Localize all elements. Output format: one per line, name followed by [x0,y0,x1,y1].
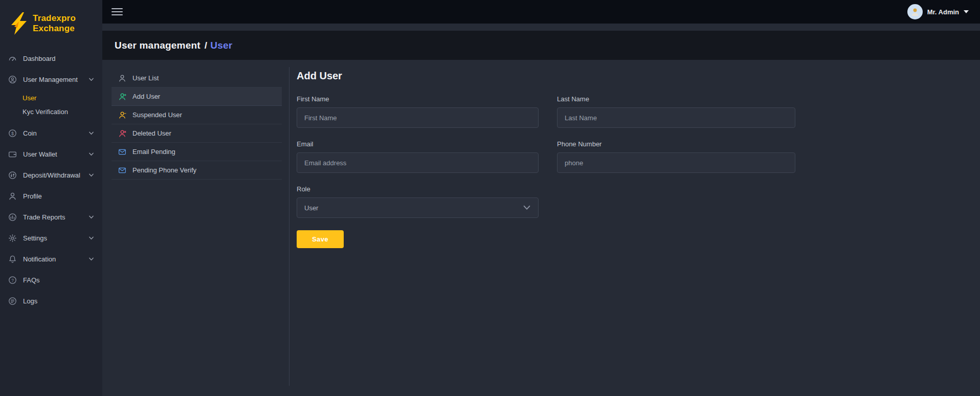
chevron-down-icon [88,172,94,178]
sidebar-item-faqs[interactable]: ? FAQs [0,270,102,291]
tab-suspended-user[interactable]: Suspended User [112,106,282,124]
first-name-field[interactable] [297,107,539,128]
phone-field-group: Phone Number [557,140,795,173]
sidebar-item-coin[interactable]: $ Coin [0,123,102,144]
sidebar-item-settings[interactable]: Settings [0,228,102,249]
tab-deleted-user[interactable]: Deleted User [112,124,282,143]
bell-icon [8,255,17,263]
deleted-user-icon [118,129,126,138]
sidebar-item-notification[interactable]: Notification [0,249,102,270]
phone-field[interactable] [557,152,795,173]
add-user-icon [118,93,126,101]
phone-label: Phone Number [557,140,795,148]
user-menu[interactable]: Mr. Admin [907,4,969,19]
phone-verify-icon [118,166,126,174]
coin-icon: $ [8,129,17,138]
email-label: Email [297,140,539,148]
chevron-down-icon [88,77,94,82]
sidebar-item-profile[interactable]: Profile [0,186,102,207]
chevron-down-icon [523,204,531,212]
user-name: Mr. Admin [927,8,959,16]
sidebar-nav: Dashboard User Management User Kyc Verif… [0,48,102,396]
last-name-field-group: Last Name [557,95,795,128]
sidebar: Tradexpro Exchange Dashboard User Manage… [0,0,102,396]
main-column: Mr. Admin User management/User User List [102,0,980,396]
sidebar-item-user-wallet[interactable]: User Wallet [0,144,102,165]
hamburger-menu-icon[interactable] [112,6,123,17]
save-button[interactable]: Save [297,230,344,248]
chevron-down-icon [88,235,94,241]
breadcrumb-separator: / [205,40,207,51]
sidebar-item-trade-reports[interactable]: Trade Reports [0,207,102,228]
chevron-down-icon [88,256,94,262]
sidebar-subitem-user[interactable]: User [0,91,102,105]
sidebar-subitem-kyc-verification[interactable]: Kyc Verification [0,105,102,119]
role-selected-value: User [304,204,318,212]
last-name-label: Last Name [557,95,795,103]
dashboard-icon [8,54,17,63]
logs-icon [8,297,17,305]
role-field-group: Role User [297,185,539,218]
role-label: Role [297,185,539,193]
first-name-label: First Name [297,95,539,103]
page-header: User management/User [102,31,980,60]
user-tabs-panel: User List Add User Suspended User [112,67,282,386]
email-field-group: Email [297,140,539,173]
wallet-icon [8,150,17,159]
brand-logo[interactable]: Tradexpro Exchange [0,0,102,48]
first-name-field-group: First Name [297,95,539,128]
suspended-user-icon [118,111,126,119]
sidebar-item-dashboard[interactable]: Dashboard [0,48,102,69]
add-user-form-panel: Add User First Name Last Name Email [289,67,970,386]
brand-name: Tradexpro Exchange [33,13,76,33]
form-grid: First Name Last Name Email Phone Number [297,95,970,218]
chevron-down-icon [88,151,94,157]
email-pending-icon [118,148,126,156]
svg-text:$: $ [11,131,14,136]
tab-user-list[interactable]: User List [112,69,282,87]
breadcrumb-current[interactable]: User [210,40,232,51]
role-select[interactable]: User [297,197,539,218]
tab-email-pending[interactable]: Email Pending [112,143,282,161]
sidebar-item-user-management[interactable]: User Management [0,69,102,90]
breadcrumb-section: User management [115,40,201,51]
user-list-icon [118,74,126,82]
svg-text:?: ? [11,278,14,283]
tab-add-user[interactable]: Add User [112,87,282,106]
sidebar-item-logs[interactable]: Logs [0,291,102,312]
trade-reports-icon [8,213,17,222]
tab-pending-phone-verify[interactable]: Pending Phone Verify [112,161,282,180]
profile-icon [8,192,17,201]
app-root: Tradexpro Exchange Dashboard User Manage… [0,0,980,396]
topbar: Mr. Admin [102,0,980,24]
form-title: Add User [297,70,970,82]
chevron-down-icon [88,214,94,220]
user-management-submenu: User Kyc Verification [0,90,102,123]
chevron-down-icon [88,130,94,136]
user-management-icon [8,75,17,84]
sidebar-item-deposit-withdrawal[interactable]: Deposit/Withdrawal [0,165,102,186]
breadcrumb: User management/User [115,40,232,51]
last-name-field[interactable] [557,107,795,128]
question-icon: ? [8,276,17,284]
avatar [907,4,923,19]
caret-down-icon [964,10,969,13]
content-area: User List Add User Suspended User [102,60,980,396]
gear-icon [8,234,17,243]
deposit-withdrawal-icon [8,171,17,180]
email-field[interactable] [297,152,539,173]
brand-bolt-icon [7,11,30,36]
